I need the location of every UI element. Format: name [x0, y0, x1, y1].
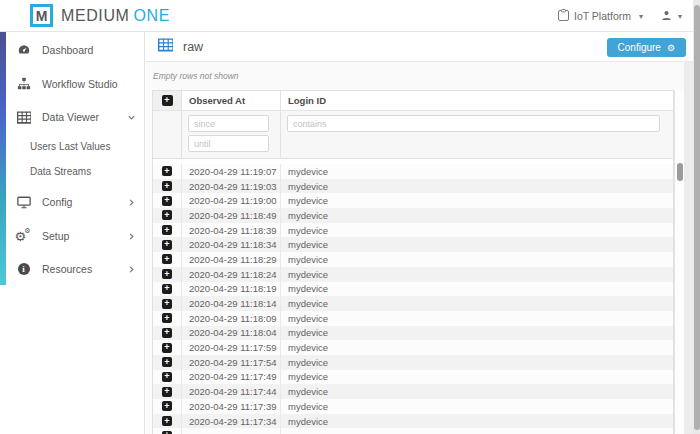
- observed-at-cell: 2020-04-29 11:18:19: [182, 282, 281, 297]
- plus-square-icon[interactable]: +: [162, 328, 172, 338]
- observed-at-cell: 2020-04-29 11:17:34: [182, 414, 281, 429]
- plus-square-icon[interactable]: +: [162, 269, 172, 279]
- table-scrollbar[interactable]: [674, 90, 684, 434]
- configure-button[interactable]: Configure ⚙: [607, 38, 686, 57]
- login-id-cell: mydevice: [281, 414, 673, 429]
- sidebar-item-label: Data Streams: [30, 166, 91, 177]
- login-id-cell: mydevice: [281, 282, 673, 297]
- expand-cell: +: [153, 282, 182, 297]
- observed-at-cell: [182, 428, 281, 434]
- observed-at-cell: 2020-04-29 11:18:24: [182, 267, 281, 282]
- main-content: raw Configure ⚙ Empty rows not shown + O…: [146, 32, 700, 434]
- column-header-login-id: Login ID: [281, 91, 673, 110]
- expand-cell: +: [153, 384, 182, 399]
- expand-cell: +: [153, 296, 182, 311]
- user-menu[interactable]: ▾: [661, 7, 682, 25]
- plus-square-icon[interactable]: +: [162, 357, 172, 367]
- plus-square-icon[interactable]: +: [162, 196, 172, 206]
- login-id-cell: mydevice: [281, 370, 673, 385]
- expand-cell: +: [153, 355, 182, 370]
- brand-text: MEDIUMONE: [61, 7, 170, 25]
- sidebar-item-label: Dashboard: [42, 44, 93, 56]
- plus-square-icon[interactable]: +: [162, 95, 173, 106]
- logo: M MEDIUMONE: [30, 4, 170, 27]
- plus-square-icon[interactable]: +: [162, 299, 172, 309]
- table-icon: [16, 110, 31, 125]
- plus-square-icon[interactable]: +: [162, 254, 172, 264]
- plus-square-icon[interactable]: +: [162, 387, 172, 397]
- gears-icon: ⚙⚙: [16, 229, 31, 244]
- top-bar: M MEDIUMONE IoT Platform ▾ ▾: [0, 0, 700, 32]
- expand-cell: +: [153, 164, 182, 179]
- plus-square-icon[interactable]: +: [162, 166, 172, 176]
- plus-square-icon[interactable]: +: [162, 416, 172, 426]
- table-row: + 2020-04-29 11:18:14 mydevice: [153, 296, 673, 311]
- chevron-down-icon: ▾: [678, 12, 682, 21]
- logo-letter: M: [36, 8, 48, 24]
- observed-at-cell: 2020-04-29 11:17:44: [182, 384, 281, 399]
- table-row: + 2020-04-29 11:19:00 mydevice: [153, 193, 673, 208]
- expand-all-cell: +: [153, 91, 182, 110]
- expand-cell: +: [153, 252, 182, 267]
- plus-square-icon[interactable]: +: [162, 313, 172, 323]
- table-row: + 2020-04-29 11:17:59 mydevice: [153, 340, 673, 355]
- login-id-cell: mydevice: [281, 296, 673, 311]
- sidebar-item-setup[interactable]: ⚙⚙ Setup: [0, 226, 145, 246]
- chevron-right-icon: [127, 227, 136, 245]
- sidebar-item-dashboard[interactable]: Dashboard: [0, 40, 145, 60]
- brand-primary: MEDIUM: [61, 7, 129, 24]
- login-id-cell: mydevice: [281, 179, 673, 194]
- chevron-right-icon: [127, 193, 136, 211]
- table-row: + 2020-04-29 11:18:39 mydevice: [153, 223, 673, 238]
- plus-square-icon[interactable]: +: [162, 372, 172, 382]
- brand-secondary: ONE: [133, 7, 169, 24]
- observed-at-cell: 2020-04-29 11:18:34: [182, 237, 281, 252]
- observed-at-cell: 2020-04-29 11:18:29: [182, 252, 281, 267]
- since-filter-input[interactable]: [188, 115, 269, 132]
- table-row: + 2020-04-29 11:17:49 mydevice: [153, 370, 673, 385]
- sidebar-item-label: Resources: [42, 263, 92, 275]
- sidebar-item-label: Data Viewer: [42, 111, 99, 123]
- login-id-cell: mydevice: [281, 384, 673, 399]
- sidebar-item-workflow-studio[interactable]: Data Viewer Workflow Studio: [0, 74, 145, 94]
- contains-filter-input[interactable]: [287, 115, 660, 132]
- window-scrollbar[interactable]: [693, 0, 700, 434]
- observed-at-cell: 2020-04-29 11:17:54: [182, 355, 281, 370]
- plus-square-icon[interactable]: +: [162, 181, 172, 191]
- observed-at-cell: 2020-04-29 11:18:14: [182, 296, 281, 311]
- sidebar-item-data-viewer[interactable]: Data Viewer: [0, 107, 145, 127]
- plus-square-icon[interactable]: +: [162, 401, 172, 411]
- login-id-cell: mydevice: [281, 164, 673, 179]
- window-scrollbar-thumb[interactable]: [694, 5, 700, 430]
- login-id-cell: mydevice: [281, 237, 673, 252]
- content-right-margin: [684, 62, 693, 434]
- chevron-right-icon: [127, 260, 136, 278]
- plus-square-icon[interactable]: +: [162, 343, 172, 353]
- plus-square-icon[interactable]: +: [162, 225, 172, 235]
- sidebar-item-label: Config: [42, 196, 72, 208]
- expand-cell: +: [153, 208, 182, 223]
- sitemap-icon: [16, 77, 31, 92]
- plus-square-icon[interactable]: +: [162, 210, 172, 220]
- table-row: + 2020-04-29 11:17:54 mydevice: [153, 355, 673, 370]
- plus-square-icon[interactable]: +: [162, 284, 172, 294]
- sidebar-item-data-streams[interactable]: Data Streams: [0, 161, 145, 181]
- table-row: + 2020-04-29 11:18:49 mydevice: [153, 208, 673, 223]
- expand-cell: +: [153, 311, 182, 326]
- login-id-cell: mydevice: [281, 267, 673, 282]
- login-id-cell: mydevice: [281, 399, 673, 414]
- table-grid-icon: [158, 38, 173, 56]
- table-row: + 2020-04-29 11:17:44 mydevice: [153, 384, 673, 399]
- table-scrollbar-thumb[interactable]: [677, 163, 683, 181]
- until-filter-input[interactable]: [188, 135, 269, 152]
- table-row: + 2020-04-29 11:18:24 mydevice: [153, 267, 673, 282]
- platform-menu[interactable]: IoT Platform ▾: [558, 9, 643, 23]
- expand-cell: +: [153, 370, 182, 385]
- table-row: + 2020-04-29 11:19:03 mydevice: [153, 179, 673, 194]
- expand-cell: +: [153, 223, 182, 238]
- table-row: + 2020-04-29 11:18:04 mydevice: [153, 326, 673, 341]
- plus-square-icon[interactable]: +: [162, 240, 172, 250]
- sidebar-item-resources[interactable]: i Resources: [0, 259, 145, 279]
- sidebar-item-config[interactable]: Config: [0, 192, 145, 212]
- sidebar-item-users-last-values[interactable]: Users Last Values: [0, 136, 145, 156]
